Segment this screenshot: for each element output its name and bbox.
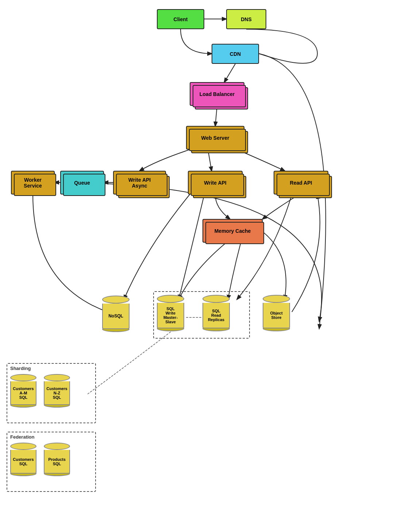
objectstore-db: Object Store	[263, 295, 290, 331]
queue-node: Queue	[60, 171, 104, 194]
customers-sql-db: Customers SQL	[10, 443, 36, 476]
cdn-node: CDN	[212, 44, 259, 64]
customers-am-db: Customers A-M SQL	[10, 374, 36, 408]
federation-label: Federation	[10, 434, 34, 440]
dns-node: DNS	[226, 9, 266, 29]
nosql-db: NoSQL	[102, 296, 130, 332]
writeapi-node: Write API	[188, 171, 243, 194]
readapi-node: Read API	[274, 171, 328, 194]
svg-line-1	[224, 64, 235, 82]
memorycache-node: Memory Cache	[202, 219, 263, 243]
writeapiasync-node: Write API Async	[113, 171, 166, 194]
loadbalancer-node: Load Balancer	[190, 82, 244, 106]
webserver-node: Web Server	[186, 126, 244, 150]
architecture-diagram: Client DNS CDN Load Balancer Web Server …	[0, 0, 394, 532]
sqlwrite-db: SQL Write Master- Slave	[157, 295, 184, 331]
products-sql-db: Products SQL	[44, 443, 70, 476]
sharding-label: Sharding	[10, 366, 31, 371]
customers-nz-db: Customers N-Z SQL	[44, 374, 70, 408]
sqlread-db: SQL Read Replicas	[202, 295, 230, 331]
client-node: Client	[157, 9, 204, 29]
workerservice-node: Worker Service	[11, 171, 55, 194]
